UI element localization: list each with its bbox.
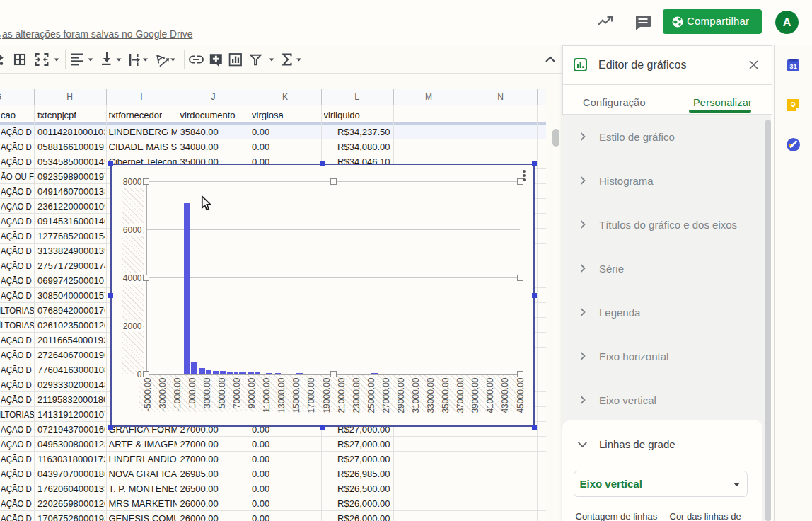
svg-text:31: 31: [789, 62, 797, 70]
